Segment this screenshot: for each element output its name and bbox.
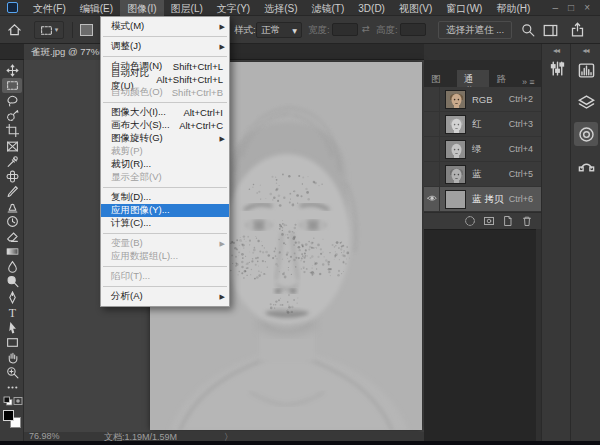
- blur-tool[interactable]: [2, 259, 22, 274]
- menubar-item[interactable]: 文件(F): [26, 0, 73, 16]
- home-icon[interactable]: [7, 22, 22, 37]
- menu-item[interactable]: 自动颜色(O)Shift+Ctrl+B: [101, 86, 229, 99]
- frame-tool[interactable]: [2, 139, 22, 154]
- path-select-tool[interactable]: [2, 320, 22, 335]
- foreground-color-swatch[interactable]: [3, 410, 14, 421]
- menu-item[interactable]: 计算(C)...: [101, 217, 229, 230]
- panel-tab-路径[interactable]: 路径: [489, 70, 522, 87]
- submenu-arrow-icon: ▶: [220, 293, 225, 301]
- marquee-tool[interactable]: [2, 78, 22, 93]
- menu-item-label: 图像旋转(G): [111, 132, 163, 145]
- brush-tool[interactable]: [2, 184, 22, 199]
- menu-item[interactable]: 陷印(T)...: [101, 270, 229, 283]
- healing-brush-tool[interactable]: [2, 169, 22, 184]
- pen-icon: [6, 291, 19, 304]
- menubar-item[interactable]: 视图(V): [392, 0, 439, 16]
- panel-tab-通道[interactable]: 通道: [457, 70, 490, 87]
- height-field[interactable]: [400, 23, 426, 36]
- histogram-panel-icon[interactable]: [574, 58, 598, 82]
- width-field[interactable]: [332, 23, 358, 36]
- visibility-toggle[interactable]: [424, 162, 440, 187]
- channels-panel-icon[interactable]: [574, 122, 598, 146]
- maximize-button[interactable]: □: [568, 1, 574, 15]
- close-button[interactable]: ×: [584, 1, 590, 15]
- menu-item[interactable]: 应用数据组(L)...: [101, 250, 229, 263]
- save-selection-icon[interactable]: [483, 215, 495, 227]
- zoom-level[interactable]: 76.98%: [29, 431, 60, 441]
- workspace-icon[interactable]: [543, 23, 558, 38]
- swap-dimensions-icon[interactable]: ⇄: [362, 23, 370, 34]
- menubar-item[interactable]: 帮助(H): [489, 0, 537, 16]
- channel-row[interactable]: 蓝Ctrl+5: [424, 162, 541, 187]
- edit-toolbar[interactable]: [2, 380, 22, 395]
- gradient-tool[interactable]: [2, 244, 22, 259]
- menu-item[interactable]: 裁切(R)...: [101, 158, 229, 171]
- menu-item[interactable]: 调整(J)▶: [101, 40, 229, 53]
- channel-row[interactable]: 红Ctrl+3: [424, 112, 541, 137]
- menu-item[interactable]: 分析(A)▶: [101, 290, 229, 303]
- move-tool[interactable]: [2, 63, 22, 78]
- menubar-item[interactable]: 选择(S): [257, 0, 304, 16]
- dodge-tool[interactable]: [2, 274, 22, 289]
- menubar-item[interactable]: 编辑(E): [73, 0, 120, 16]
- eraser-icon: [6, 230, 19, 243]
- delete-channel-icon[interactable]: [521, 215, 533, 227]
- clone-stamp-tool[interactable]: [2, 199, 22, 214]
- menubar-item[interactable]: 图层(L): [164, 0, 210, 16]
- ellipsis-icon: [6, 381, 19, 394]
- collapse-panels-icon[interactable]: ◂◂: [542, 44, 570, 55]
- minimize-button[interactable]: –: [553, 1, 559, 15]
- search-icon[interactable]: [521, 23, 535, 37]
- crop-tool[interactable]: [2, 123, 22, 138]
- menubar-item[interactable]: 文字(Y): [210, 0, 257, 16]
- panel-tab-图层[interactable]: 图层: [424, 70, 457, 87]
- menu-item[interactable]: 自动对比度(U)Alt+Shift+Ctrl+L: [101, 73, 229, 86]
- select-and-mask-button[interactable]: 选择并遮住 ...: [438, 21, 512, 39]
- visibility-toggle[interactable]: [424, 87, 440, 112]
- tool-preset-picker[interactable]: ▾: [34, 21, 64, 39]
- menu-item[interactable]: 图像大小(I)...Alt+Ctrl+I: [101, 106, 229, 119]
- menubar-item[interactable]: 窗口(W): [439, 0, 489, 16]
- menu-item[interactable]: 变量(B)▶: [101, 237, 229, 250]
- channel-row[interactable]: 蓝 拷贝Ctrl+6: [424, 187, 541, 212]
- visibility-eye-icon[interactable]: [424, 187, 440, 212]
- shape-tool[interactable]: [2, 335, 22, 350]
- menu-item[interactable]: 显示全部(V): [101, 171, 229, 184]
- eraser-tool[interactable]: [2, 229, 22, 244]
- visibility-toggle[interactable]: [424, 112, 440, 137]
- menu-item[interactable]: 模式(M)▶: [101, 20, 229, 33]
- hand-tool[interactable]: [2, 350, 22, 365]
- panel-overflow-icon[interactable]: »: [522, 77, 529, 87]
- pen-tool[interactable]: [2, 290, 22, 305]
- share-icon[interactable]: [570, 22, 585, 37]
- menubar-item[interactable]: 图像(I): [120, 0, 163, 16]
- eyedropper-tool[interactable]: [2, 154, 22, 169]
- menubar-item[interactable]: 滤镜(T): [305, 0, 352, 16]
- channel-row[interactable]: 绿Ctrl+4: [424, 137, 541, 162]
- panel-menu-icon[interactable]: ≡: [529, 77, 541, 87]
- new-channel-icon[interactable]: [502, 215, 514, 227]
- menu-item[interactable]: 裁剪(P): [101, 145, 229, 158]
- type-tool[interactable]: T: [2, 305, 22, 320]
- quick-mask-icon[interactable]: [13, 396, 23, 406]
- menu-item-label: 图像大小(I)...: [111, 106, 166, 119]
- visibility-toggle[interactable]: [424, 137, 440, 162]
- new-selection-mode-button[interactable]: [80, 24, 93, 36]
- menu-item[interactable]: 复制(D)...: [101, 191, 229, 204]
- load-selection-icon[interactable]: [464, 215, 476, 227]
- menu-item[interactable]: 画布大小(S)...Alt+Ctrl+C: [101, 119, 229, 132]
- menubar-item[interactable]: 3D(D): [351, 0, 392, 16]
- zoom-tool[interactable]: [2, 365, 22, 380]
- layers-panel-icon[interactable]: [574, 90, 598, 114]
- paths-panel-icon[interactable]: [574, 154, 598, 178]
- collapse-panels-icon[interactable]: ◂◂: [571, 44, 600, 55]
- default-colors-icon[interactable]: [3, 396, 13, 406]
- quick-select-tool[interactable]: [2, 108, 22, 123]
- channel-row[interactable]: RGBCtrl+2: [424, 87, 541, 112]
- history-brush-tool[interactable]: [2, 214, 22, 229]
- style-dropdown[interactable]: 正常 ▾: [256, 22, 302, 38]
- menu-item[interactable]: 应用图像(Y)...: [101, 204, 229, 217]
- menu-item[interactable]: 图像旋转(G)▶: [101, 132, 229, 145]
- adjustments-panel-icon[interactable]: [545, 56, 569, 80]
- lasso-tool[interactable]: [2, 93, 22, 108]
